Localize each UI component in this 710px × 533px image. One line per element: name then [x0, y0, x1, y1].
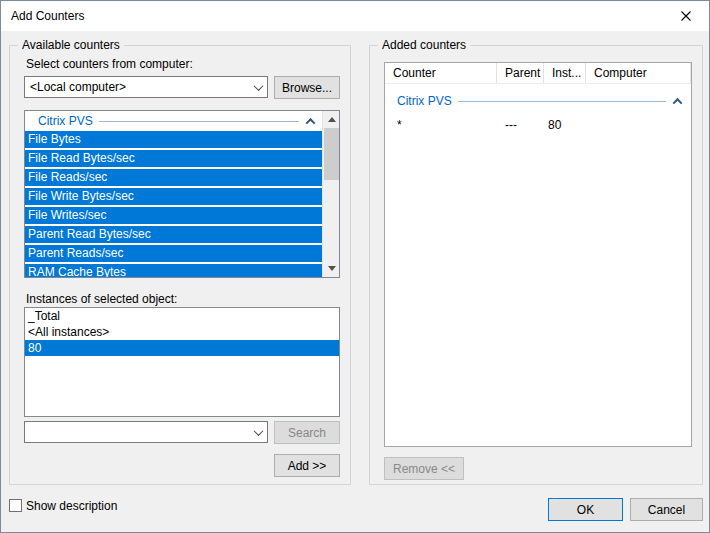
- scrollbar-thumb[interactable]: [324, 128, 339, 180]
- instances-list: _Total <All instances> 80: [24, 307, 340, 417]
- search-input[interactable]: [25, 423, 249, 441]
- added-counters-table: Counter Parent Inst... Computer Citrix P…: [384, 62, 692, 447]
- cancel-button[interactable]: Cancel: [630, 498, 703, 521]
- column-header-computer[interactable]: Computer: [586, 63, 691, 83]
- column-header-instance[interactable]: Inst...: [544, 63, 586, 83]
- chevron-up-icon[interactable]: [673, 97, 683, 107]
- instances-label: Instances of selected object:: [26, 292, 177, 306]
- instance-item[interactable]: _Total: [25, 308, 339, 324]
- show-description-label: Show description: [26, 499, 117, 513]
- close-icon: [681, 11, 691, 21]
- add-button[interactable]: Add >>: [274, 454, 340, 477]
- instance-item-selected[interactable]: 80: [25, 340, 339, 356]
- window-title: Add Counters: [11, 1, 84, 31]
- scroll-up-icon[interactable]: [323, 111, 340, 128]
- computer-combobox[interactable]: <Local computer>: [24, 76, 268, 98]
- cell-instance: 80: [544, 116, 586, 134]
- chevron-up-icon[interactable]: [306, 117, 316, 127]
- ok-button[interactable]: OK: [548, 498, 623, 521]
- column-header-parent[interactable]: Parent: [497, 63, 544, 83]
- chevron-down-icon[interactable]: [249, 422, 267, 442]
- counter-item[interactable]: File Reads/sec: [25, 169, 322, 186]
- cell-parent: ---: [497, 116, 544, 134]
- counters-list: Citrix PVS File Bytes File Read Bytes/se…: [24, 110, 340, 278]
- counters-scrollbar[interactable]: [322, 111, 339, 277]
- counter-item[interactable]: File Writes/sec: [25, 207, 322, 224]
- counter-item[interactable]: RAM Cache Bytes: [25, 264, 322, 277]
- table-header: Counter Parent Inst... Computer: [385, 63, 691, 84]
- object-header-rule: [99, 121, 299, 122]
- added-counters-group-label: Added counters: [378, 38, 470, 52]
- added-object-header[interactable]: Citrix PVS: [385, 91, 691, 111]
- computer-combobox-value: <Local computer>: [25, 77, 249, 97]
- titlebar: Add Counters: [1, 1, 709, 31]
- show-description-checkbox[interactable]: [9, 499, 22, 512]
- counter-item[interactable]: Parent Reads/sec: [25, 245, 322, 262]
- counter-item[interactable]: Parent Read Bytes/sec: [25, 226, 322, 243]
- counter-object-header[interactable]: Citrix PVS: [25, 111, 322, 131]
- column-header-counter[interactable]: Counter: [385, 63, 497, 83]
- counters-list-inner: Citrix PVS File Bytes File Read Bytes/se…: [25, 111, 322, 277]
- added-object-name: Citrix PVS: [397, 94, 452, 108]
- chevron-down-icon[interactable]: [249, 77, 267, 97]
- close-button[interactable]: [663, 1, 709, 31]
- counter-object-name: Citrix PVS: [38, 114, 93, 128]
- available-counters-group: Available counters Select counters from …: [9, 45, 351, 485]
- cell-computer: [586, 116, 691, 134]
- cell-counter: *: [385, 116, 497, 134]
- available-counters-group-label: Available counters: [18, 38, 124, 52]
- counter-item[interactable]: File Read Bytes/sec: [25, 150, 322, 167]
- counter-item[interactable]: File Write Bytes/sec: [25, 188, 322, 205]
- select-counters-label: Select counters from computer:: [26, 57, 193, 71]
- object-header-rule: [458, 101, 666, 102]
- search-button[interactable]: Search: [274, 421, 340, 444]
- add-counters-dialog: Add Counters Available counters Select c…: [0, 0, 710, 533]
- search-combobox[interactable]: [24, 421, 268, 443]
- added-counters-group: Added counters Counter Parent Inst... Co…: [369, 45, 703, 485]
- instance-item[interactable]: <All instances>: [25, 324, 339, 340]
- table-row[interactable]: * --- 80: [385, 116, 691, 134]
- remove-button[interactable]: Remove <<: [384, 457, 464, 480]
- counter-item[interactable]: File Bytes: [25, 131, 322, 148]
- browse-button[interactable]: Browse...: [274, 76, 340, 99]
- scroll-down-icon[interactable]: [323, 260, 340, 277]
